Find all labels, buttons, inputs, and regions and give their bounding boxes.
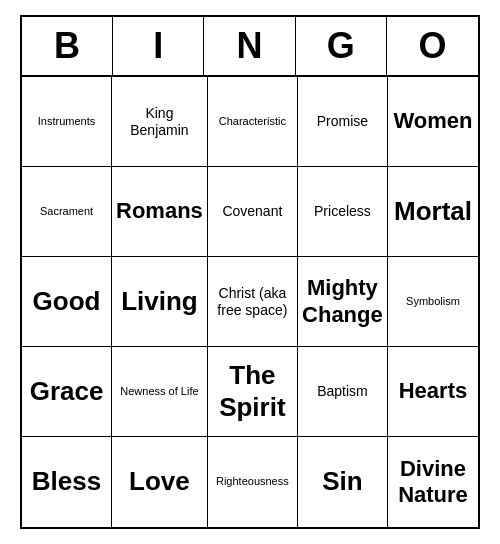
- cell-text-16: Newness of Life: [120, 385, 198, 398]
- header-letter-n: N: [204, 17, 295, 75]
- cell-text-9: Mortal: [394, 196, 472, 227]
- cell-text-19: Hearts: [399, 378, 467, 404]
- cell-text-22: Righteousness: [216, 475, 289, 488]
- bingo-cell-20: Bless: [22, 437, 112, 527]
- bingo-cell-18: Baptism: [298, 347, 388, 437]
- bingo-cell-23: Sin: [298, 437, 388, 527]
- header-letter-o: O: [387, 17, 478, 75]
- cell-text-8: Priceless: [314, 203, 371, 220]
- bingo-cell-1: King Benjamin: [112, 77, 208, 167]
- bingo-cell-2: Characteristic: [208, 77, 298, 167]
- cell-text-2: Characteristic: [219, 115, 286, 128]
- bingo-cell-19: Hearts: [388, 347, 478, 437]
- bingo-cell-9: Mortal: [388, 167, 478, 257]
- cell-text-0: Instruments: [38, 115, 95, 128]
- cell-text-11: Living: [121, 286, 198, 317]
- cell-text-23: Sin: [322, 466, 362, 497]
- cell-text-21: Love: [129, 466, 190, 497]
- bingo-cell-0: Instruments: [22, 77, 112, 167]
- bingo-cell-12: Christ (aka free space): [208, 257, 298, 347]
- cell-text-4: Women: [393, 108, 472, 134]
- bingo-cell-14: Symbolism: [388, 257, 478, 347]
- bingo-grid: InstrumentsKing BenjaminCharacteristicPr…: [22, 77, 478, 527]
- cell-text-6: Romans: [116, 198, 203, 224]
- header-letter-i: I: [113, 17, 204, 75]
- cell-text-13: Mighty Change: [302, 275, 383, 328]
- cell-text-18: Baptism: [317, 383, 368, 400]
- cell-text-5: Sacrament: [40, 205, 93, 218]
- bingo-cell-11: Living: [112, 257, 208, 347]
- bingo-cell-13: Mighty Change: [298, 257, 388, 347]
- cell-text-14: Symbolism: [406, 295, 460, 308]
- cell-text-7: Covenant: [222, 203, 282, 220]
- bingo-cell-4: Women: [388, 77, 478, 167]
- cell-text-10: Good: [33, 286, 101, 317]
- cell-text-1: King Benjamin: [116, 105, 203, 139]
- header-letter-b: B: [22, 17, 113, 75]
- bingo-card: BINGO InstrumentsKing BenjaminCharacteri…: [20, 15, 480, 529]
- bingo-cell-21: Love: [112, 437, 208, 527]
- cell-text-17: The Spirit: [212, 360, 293, 422]
- cell-text-24: Divine Nature: [392, 456, 474, 509]
- bingo-cell-17: The Spirit: [208, 347, 298, 437]
- bingo-cell-3: Promise: [298, 77, 388, 167]
- bingo-cell-10: Good: [22, 257, 112, 347]
- bingo-cell-24: Divine Nature: [388, 437, 478, 527]
- bingo-cell-7: Covenant: [208, 167, 298, 257]
- cell-text-20: Bless: [32, 466, 101, 497]
- header-letter-g: G: [296, 17, 387, 75]
- cell-text-3: Promise: [317, 113, 368, 130]
- cell-text-15: Grace: [30, 376, 104, 407]
- bingo-cell-5: Sacrament: [22, 167, 112, 257]
- bingo-cell-6: Romans: [112, 167, 208, 257]
- bingo-cell-15: Grace: [22, 347, 112, 437]
- bingo-cell-8: Priceless: [298, 167, 388, 257]
- bingo-header: BINGO: [22, 17, 478, 77]
- bingo-cell-16: Newness of Life: [112, 347, 208, 437]
- bingo-cell-22: Righteousness: [208, 437, 298, 527]
- cell-text-12: Christ (aka free space): [212, 285, 293, 319]
